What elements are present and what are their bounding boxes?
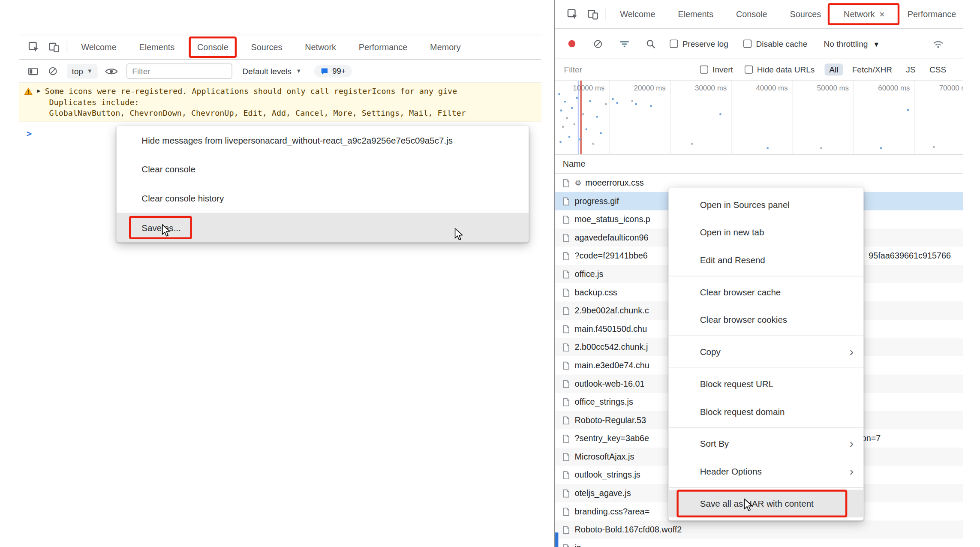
network-window-tabbar: Welcome Elements Console Sources Network… bbox=[555, 0, 963, 29]
network-filter-bar: Invert Hide data URLs All Fetch/XHR JS C… bbox=[555, 59, 963, 81]
menu-item-save-all-as-har[interactable]: Save all as HAR with content bbox=[668, 490, 863, 517]
tab-label: Elements bbox=[139, 42, 175, 52]
domcontentloaded-line bbox=[578, 81, 578, 154]
menu-separator bbox=[668, 487, 863, 487]
timeline-dot bbox=[586, 129, 587, 130]
filter-icon[interactable] bbox=[617, 39, 632, 48]
file-name: outlook_strings.js bbox=[575, 470, 640, 480]
name-column-header[interactable]: Name bbox=[555, 155, 963, 174]
device-toolbar-icon[interactable] bbox=[44, 35, 64, 59]
menu-item-hide-messages[interactable]: Hide messages from livepersonacard_witho… bbox=[117, 126, 529, 155]
tab-console[interactable]: Console bbox=[186, 35, 240, 59]
file-name: ?code=f29141bbe6 bbox=[575, 251, 648, 261]
network-filter-input[interactable] bbox=[563, 64, 700, 75]
menu-item-open-in-sources[interactable]: Open in Sources panel bbox=[668, 191, 863, 219]
tab-network[interactable]: Network bbox=[294, 35, 348, 59]
tab-console[interactable]: Console bbox=[724, 0, 779, 28]
menu-item-edit-and-resend[interactable]: Edit and Resend bbox=[668, 246, 863, 274]
menu-item-save-as[interactable]: Save as... bbox=[117, 213, 529, 243]
type-filter-all[interactable]: All bbox=[825, 63, 843, 75]
tab-elements[interactable]: Elements bbox=[128, 35, 186, 59]
timeline-gridline bbox=[670, 81, 671, 154]
timeline-dot bbox=[589, 100, 591, 102]
search-icon[interactable] bbox=[643, 39, 658, 48]
console-filter-input[interactable] bbox=[126, 63, 232, 78]
timeline-dot bbox=[631, 100, 633, 102]
issues-count: 99+ bbox=[332, 67, 346, 76]
timeline-tick-label: 50000 ms bbox=[817, 84, 849, 92]
throttling-dropdown[interactable]: No throttling ▼ bbox=[824, 39, 880, 48]
log-levels-dropdown[interactable]: Default levels ▼ bbox=[242, 66, 301, 76]
type-filter-css[interactable]: CSS bbox=[925, 63, 951, 75]
menu-item-clear-console[interactable]: Clear console bbox=[117, 155, 529, 184]
file-icon bbox=[563, 416, 570, 425]
tab-sources[interactable]: Sources bbox=[779, 0, 833, 28]
preserve-log-checkbox[interactable]: Preserve log bbox=[670, 39, 728, 48]
timeline-dot bbox=[582, 113, 584, 115]
console-warning-message[interactable]: ▶ Some icons were re-registered. Applica… bbox=[19, 83, 541, 121]
menu-item-sort-by[interactable]: Sort By › bbox=[668, 430, 863, 458]
device-toolbar-icon[interactable] bbox=[583, 0, 603, 28]
timeline-dot bbox=[880, 147, 882, 149]
timeline-dot bbox=[605, 103, 607, 105]
console-context-menu: Hide messages from livepersonacard_witho… bbox=[117, 126, 529, 243]
hide-data-urls-checkbox[interactable]: Hide data URLs bbox=[744, 65, 815, 74]
clear-console-icon[interactable] bbox=[43, 66, 63, 76]
tab-network[interactable]: Network × bbox=[833, 0, 896, 28]
timeline-dot bbox=[650, 105, 652, 107]
timeline-gridline bbox=[914, 81, 914, 154]
type-filter-fetch-xhr[interactable]: Fetch/XHR bbox=[848, 63, 896, 75]
tab-label: Console bbox=[736, 9, 767, 19]
file-name: progress.gif bbox=[575, 196, 619, 206]
file-icon bbox=[563, 489, 570, 498]
timeline-dot bbox=[568, 136, 570, 138]
close-icon[interactable]: × bbox=[879, 9, 885, 19]
menu-item-block-request-url[interactable]: Block request URL bbox=[668, 370, 863, 398]
devtools-network-window: Welcome Elements Console Sources Network… bbox=[554, 0, 963, 547]
menu-item-clear-browser-cookies[interactable]: Clear browser cookies bbox=[668, 306, 863, 334]
file-icon bbox=[563, 471, 570, 480]
record-network-log-icon[interactable] bbox=[564, 39, 579, 48]
file-name: outlook-web-16.01 bbox=[575, 379, 645, 388]
toolbar-divider bbox=[67, 41, 67, 53]
timeline-dot bbox=[907, 109, 909, 111]
tab-welcome[interactable]: Welcome bbox=[609, 0, 667, 28]
tab-welcome[interactable]: Welcome bbox=[70, 35, 128, 59]
tab-sources[interactable]: Sources bbox=[240, 35, 294, 59]
tab-elements[interactable]: Elements bbox=[667, 0, 724, 28]
file-icon bbox=[563, 325, 570, 334]
inspect-element-icon[interactable] bbox=[24, 35, 44, 59]
type-filter-js[interactable]: JS bbox=[902, 63, 920, 75]
menu-item-clear-browser-cache[interactable]: Clear browser cache bbox=[668, 278, 863, 306]
table-row[interactable]: Roboto-Bold.167cfd08.woff2 bbox=[555, 520, 963, 539]
tab-memory[interactable]: Memory bbox=[419, 35, 472, 59]
tab-performance[interactable]: Performance bbox=[347, 35, 418, 59]
network-conditions-icon[interactable] bbox=[930, 39, 945, 48]
menu-item-clear-console-history[interactable]: Clear console history bbox=[117, 184, 529, 213]
toolbar-divider bbox=[606, 8, 606, 20]
network-overview-timeline[interactable]: 10000 ms 20000 ms 30000 ms 40000 ms 5000… bbox=[555, 81, 963, 155]
tab-performance[interactable]: Performance bbox=[896, 0, 963, 28]
timeline-tick-label: 70000 ms bbox=[939, 84, 963, 92]
inspect-element-icon[interactable] bbox=[563, 0, 583, 28]
menu-item-block-request-domain[interactable]: Block request domain bbox=[668, 398, 863, 426]
menu-item-header-options[interactable]: Header Options › bbox=[668, 457, 863, 485]
console-sidebar-icon[interactable] bbox=[23, 66, 43, 76]
invert-checkbox[interactable]: Invert bbox=[700, 65, 733, 74]
timeline-tick-label: 40000 ms bbox=[756, 84, 788, 92]
clear-network-log-icon[interactable] bbox=[590, 39, 605, 48]
menu-item-copy[interactable]: Copy › bbox=[668, 338, 863, 366]
file-name: Roboto-Regular.53 bbox=[575, 415, 646, 425]
menu-item-label: Block request URL bbox=[700, 379, 773, 389]
table-row[interactable]: ip bbox=[555, 539, 963, 547]
menu-item-open-in-new-tab[interactable]: Open in new tab bbox=[668, 219, 863, 246]
issues-count-badge[interactable]: 99+ bbox=[314, 65, 352, 77]
live-expression-eye-icon[interactable] bbox=[101, 67, 121, 75]
file-name: backup.css bbox=[575, 288, 617, 297]
expand-triangle-icon[interactable]: ▶ bbox=[37, 86, 41, 97]
devtools-console-window: Welcome Elements Console Sources Network… bbox=[19, 35, 541, 256]
disable-cache-checkbox[interactable]: Disable cache bbox=[743, 39, 807, 48]
console-prompt-chevron: > bbox=[27, 128, 32, 138]
timeline-dot bbox=[562, 126, 564, 128]
javascript-context-selector[interactable]: top ▼ bbox=[67, 64, 98, 78]
